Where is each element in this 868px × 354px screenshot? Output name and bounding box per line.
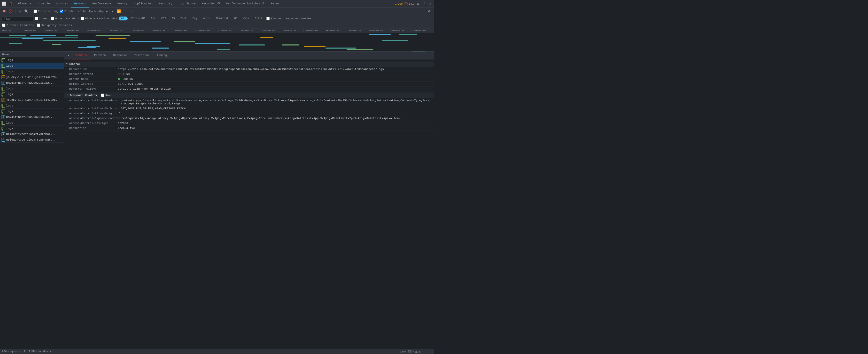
throttle-select[interactable]: No throttling (88, 9, 109, 13)
tab-redux[interactable]: Redux (268, 0, 283, 8)
download-icon[interactable]: ↓ (129, 9, 133, 14)
tab-network[interactable]: Network (71, 0, 89, 8)
list-item[interactable]: 🖼 hm.gif?hca=7A62E06291CBB2... (0, 114, 64, 120)
tab-headers[interactable]: Headers (72, 52, 90, 59)
detail-content: ▼ General Request URL: https://eva2.csdn… (64, 59, 434, 172)
filter-doc[interactable]: Doc (149, 17, 158, 21)
filter-css[interactable]: CSS (159, 17, 168, 21)
remote-address-row: Remote Address: 127.0.0.1:10808 (64, 82, 434, 87)
list-item[interactable]: { } logs (0, 57, 64, 63)
blocked-cookies-label[interactable]: Blocked response cookies (266, 17, 312, 20)
resp-header-value: content-type,lts-sdk-request-id,lts-sdk-… (121, 99, 432, 105)
tab-memory[interactable]: Memory (114, 0, 131, 8)
response-header-row: Access-Control-Max-Age: 172800 (64, 121, 434, 126)
filter-fetch-xhr[interactable]: Fetch/XHR (129, 17, 147, 21)
hide-ext-label[interactable]: Hide extension URLs (81, 17, 117, 20)
tab-timing[interactable]: Timing (154, 52, 170, 59)
img-icon: 🖼 (2, 81, 5, 85)
more-icon[interactable]: ⋮ (422, 1, 427, 6)
list-item[interactable]: { } logs (0, 103, 64, 109)
xhr-icon: { } (2, 87, 5, 90)
blocked-requests-label[interactable]: Blocked requests (2, 24, 34, 27)
settings-gear-icon[interactable]: ⚙ (427, 9, 432, 14)
response-headers-section[interactable]: ▼ Response Headers Raw (64, 92, 434, 98)
list-item[interactable]: JS jquery-1.9.1.min.js?171142323... (0, 75, 64, 80)
tab-recorder[interactable]: Recorder ⏱ (199, 0, 223, 8)
tab-elements[interactable]: Elements (15, 0, 35, 8)
resp-header-value: GET,POST,PUT,DELETE,HEAD,OPTIONS,PATCH (121, 107, 432, 110)
inspect-icon[interactable]: ⬜ (1, 1, 6, 6)
tab-performance[interactable]: Performance (89, 0, 114, 8)
ruler-mark-14: 1500000 ms (303, 29, 325, 32)
request-method-label: Request Method: (69, 72, 116, 76)
close-devtools-icon[interactable]: ✕ (428, 1, 433, 6)
invert-checkbox[interactable] (35, 17, 38, 20)
list-item[interactable]: JS jquery-1.9.1.min.js?171142326... (0, 97, 64, 103)
hide-data-checkbox[interactable] (51, 17, 54, 20)
tab-lighthouse[interactable]: Lighthouse (176, 0, 199, 8)
item-name: logs (6, 70, 62, 73)
filter-other[interactable]: Other (253, 17, 265, 21)
ruler-mark-6: 700000 ms (131, 29, 152, 32)
filter-all[interactable]: All (119, 17, 128, 21)
tab-perf-insights[interactable]: Performance insights ⏱ (223, 0, 268, 8)
upload-icon[interactable]: ↑ (123, 9, 127, 14)
list-item[interactable]: 🖼 hm.gif?hca=7A62E06291CBB2... (0, 80, 64, 86)
blocked-requests-checkbox[interactable] (2, 24, 5, 27)
blocked-cookies-checkbox[interactable] (266, 17, 270, 20)
list-item[interactable]: { } logs (0, 109, 64, 114)
filter-icon[interactable]: ⊹ (18, 9, 23, 14)
list-item[interactable]: { } logs (0, 120, 64, 125)
hide-data-label[interactable]: Hide data URLs (51, 17, 79, 20)
tab-response[interactable]: Response (110, 52, 130, 59)
settings-icon[interactable]: ⚙ (415, 1, 421, 6)
request-url-row: Request URL: https://eva2.csdn.net/v3/06… (64, 67, 434, 72)
preserve-log-checkbox[interactable] (34, 9, 37, 13)
filter-font[interactable]: Font (179, 17, 189, 21)
tab-initiator[interactable]: Initiator (131, 52, 152, 59)
raw-checkbox[interactable] (101, 93, 104, 97)
search-icon[interactable]: 🔍 (24, 9, 29, 14)
item-name: logs (6, 87, 62, 90)
third-party-checkbox[interactable] (37, 24, 40, 27)
item-name: logs (6, 127, 62, 130)
tab-application[interactable]: Application (131, 0, 156, 8)
waterfall-bar (382, 40, 408, 41)
raw-checkbox-label[interactable]: Raw (101, 93, 111, 97)
filter-js[interactable]: JS (170, 17, 177, 21)
list-item[interactable]: { } logs (0, 86, 64, 91)
disable-cache-label[interactable]: Disable cache (60, 9, 87, 13)
tab-security[interactable]: Security (156, 0, 176, 8)
clear-button[interactable]: 🚫 (8, 9, 13, 14)
hide-ext-checkbox[interactable] (81, 17, 84, 20)
wifi-icon[interactable]: 📶 (117, 9, 121, 14)
timeline-bars (0, 33, 434, 52)
list-item[interactable]: { } logs (0, 63, 64, 69)
preserve-log-label[interactable]: Preserve log (34, 9, 58, 13)
filter-media[interactable]: Media (201, 17, 213, 21)
filter-bar: Invert Hide data URLs Hide extension URL… (0, 15, 434, 22)
tab-sources[interactable]: Sources (53, 0, 71, 8)
device-icon[interactable]: 📱 (8, 1, 13, 6)
invert-label[interactable]: Invert (35, 17, 49, 20)
tab-preview[interactable]: Preview (91, 52, 109, 59)
filter-img[interactable]: Img (190, 17, 199, 21)
filter-input[interactable] (2, 16, 33, 21)
throttle-down-icon[interactable]: ▾ (110, 9, 115, 14)
list-item[interactable]: 🖼 upload?type=blog&rtype=mar... (0, 137, 64, 143)
filter-manifest[interactable]: Manifest (214, 17, 231, 21)
third-party-label[interactable]: 3rd-party requests (37, 24, 72, 27)
tab-console[interactable]: Console (35, 0, 53, 8)
list-item[interactable]: { } logs (0, 91, 64, 97)
list-item[interactable]: { } logs (0, 125, 64, 131)
record-button[interactable]: ⏺ (2, 9, 7, 14)
list-item[interactable]: 🖼 upload?type=blog&rtype=mar... (0, 131, 64, 137)
general-section-header[interactable]: ▼ General (64, 61, 434, 67)
resp-header-value: 172800 (118, 122, 432, 125)
disable-cache-checkbox[interactable] (60, 9, 63, 13)
filter-ws[interactable]: WS (232, 17, 240, 21)
list-item[interactable]: { } logs (0, 69, 64, 75)
detail-close-button[interactable]: ✕ (66, 53, 71, 58)
xhr-icon: { } (2, 58, 5, 62)
filter-wasm[interactable]: Wasm (241, 17, 251, 21)
